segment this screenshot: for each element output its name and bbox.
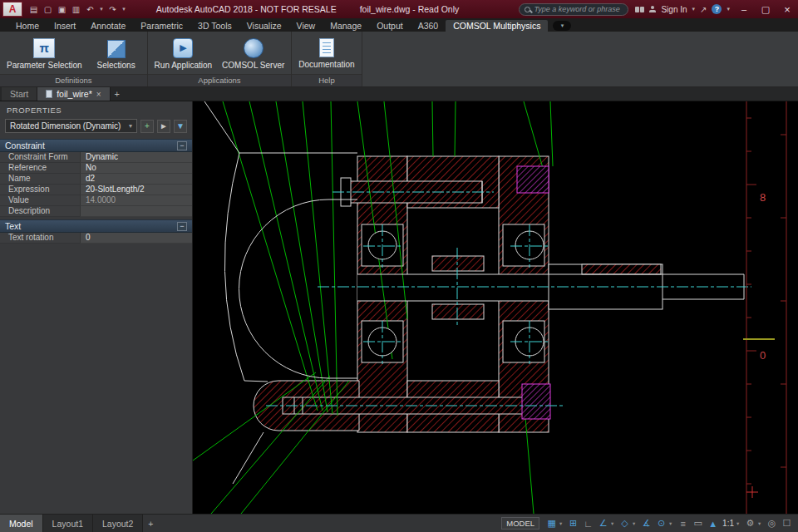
file-tab-close-icon[interactable]: × <box>96 90 101 99</box>
maximize-button[interactable]: ▢ <box>755 0 776 18</box>
qnew-icon[interactable]: ▢ <box>42 5 54 14</box>
annotation-scale-button[interactable]: 1:1 <box>721 519 736 528</box>
iso-caret-icon[interactable]: ▾ <box>633 520 638 527</box>
collapse-icon[interactable]: − <box>177 141 187 150</box>
polar-caret-icon[interactable]: ▾ <box>611 520 617 527</box>
share-icon[interactable]: ↗ <box>700 5 707 14</box>
sign-in-button[interactable]: Sign In <box>661 5 687 14</box>
run-application-button[interactable]: ▶ Run Application <box>155 38 213 70</box>
isolate-objects-icon[interactable]: ◎ <box>765 518 779 529</box>
documentation-button[interactable]: Documentation <box>298 38 354 69</box>
selections-button[interactable]: Selections <box>92 38 140 70</box>
property-row[interactable]: Name d2 <box>0 174 192 185</box>
tab-visualize[interactable]: Visualize <box>239 20 289 32</box>
dropdown-caret-icon: ▾ <box>129 122 132 130</box>
property-value[interactable] <box>80 206 192 217</box>
snap-icon[interactable]: ⊞ <box>566 518 580 529</box>
property-row[interactable]: Text rotation 0 <box>0 233 192 244</box>
property-value[interactable]: Dynamic <box>80 152 192 163</box>
workspace-caret-icon[interactable]: ▾ <box>758 520 764 527</box>
undo-caret-icon[interactable]: ▾ <box>98 6 105 12</box>
drawing-viewport[interactable]: 8 0 <box>193 101 798 514</box>
property-value[interactable]: 0 <box>80 233 192 244</box>
tab-insert[interactable]: Insert <box>47 20 83 32</box>
object-snap-tracking-icon[interactable]: ∡ <box>639 518 653 529</box>
tab-output[interactable]: Output <box>369 20 411 32</box>
tab-comsol-multiphysics[interactable]: COMSOL Multiphysics <box>446 20 548 32</box>
autocad-logo-icon[interactable]: A <box>2 2 22 17</box>
layout-tab-model[interactable]: Model <box>0 515 43 532</box>
menu-browser-icon[interactable]: ▤ <box>27 5 40 14</box>
polar-tracking-icon[interactable]: ∠ <box>596 518 610 529</box>
property-row[interactable]: Value 14.0000 <box>0 195 192 206</box>
panel-label-applications[interactable]: Applications <box>148 74 292 86</box>
run-application-icon: ▶ <box>173 38 193 58</box>
ortho-icon[interactable]: ∟ <box>581 519 595 529</box>
minimize-button[interactable]: – <box>733 0 755 18</box>
file-tab-start[interactable]: Start <box>2 87 37 101</box>
help-caret-icon[interactable]: ▾ <box>727 6 730 12</box>
ribbon: π Parameter Selection Selections Definit… <box>0 32 798 87</box>
file-tab-foil-wire[interactable]: foil_wire* × <box>37 87 110 101</box>
clean-screen-icon[interactable]: ☐ <box>780 518 794 529</box>
object-type-dropdown[interactable]: Rotated Dimension (Dynamic) ▾ <box>5 119 137 133</box>
layout-tab-layout1[interactable]: Layout1 <box>43 515 93 532</box>
property-value[interactable]: No <box>80 163 192 174</box>
collapse-icon[interactable]: − <box>177 222 187 231</box>
panel-label-definitions[interactable]: Definitions <box>0 74 147 86</box>
annotation-visibility-icon[interactable]: ▲ <box>706 519 720 529</box>
panel-label-help[interactable]: Help <box>292 74 361 86</box>
close-button[interactable]: × <box>776 0 798 18</box>
property-value[interactable]: d2 <box>80 174 192 185</box>
sign-in-caret-icon[interactable]: ▾ <box>692 6 696 12</box>
pickadd-toggle-icon[interactable]: + <box>140 120 154 133</box>
property-row[interactable]: Description <box>0 206 192 217</box>
user-icon <box>649 6 656 12</box>
selection-cycling-icon[interactable]: ▭ <box>691 518 705 529</box>
grid-caret-icon[interactable]: ▾ <box>559 520 565 527</box>
properties-palette: PROPERTIES Rotated Dimension (Dynamic) ▾… <box>0 101 193 514</box>
lineweight-icon[interactable]: ≡ <box>676 519 690 529</box>
osnap-caret-icon[interactable]: ▾ <box>669 520 675 527</box>
tab-view[interactable]: View <box>289 20 323 32</box>
open-file-icon[interactable]: ▣ <box>56 5 68 14</box>
property-row[interactable]: Expression 20-SlotLength/2 <box>0 185 192 195</box>
help-icon[interactable]: ? <box>712 4 722 14</box>
property-row[interactable]: Reference No <box>0 163 192 174</box>
model-space-toggle[interactable]: MODEL <box>501 517 539 530</box>
property-value[interactable]: 20-SlotLength/2 <box>80 185 192 195</box>
comsol-server-button[interactable]: COMSOL Server <box>222 38 284 70</box>
document-title: foil_wire.dwg - Read Only <box>360 4 460 14</box>
new-layout-button[interactable]: + <box>143 515 158 532</box>
section-header-constraint[interactable]: Constraint − <box>0 139 192 152</box>
quick-select-icon[interactable]: ▼ <box>174 120 187 133</box>
search-input[interactable]: Type a keyword or phrase <box>519 3 628 16</box>
qat-customize-caret-icon[interactable]: ▾ <box>121 6 127 12</box>
tab-a360[interactable]: A360 <box>411 20 446 32</box>
ribbon-display-toggle-icon[interactable]: ▾ <box>553 21 571 31</box>
workspace-switching-icon[interactable]: ⚙ <box>743 518 757 529</box>
tab-parametric[interactable]: Parametric <box>133 20 190 32</box>
isometric-drafting-icon[interactable]: ◇ <box>618 518 632 529</box>
tab-annotate[interactable]: Annotate <box>83 20 133 32</box>
exchange-search-icon[interactable] <box>635 7 639 12</box>
layout-tab-layout2[interactable]: Layout2 <box>93 515 143 532</box>
tab-home[interactable]: Home <box>8 20 47 32</box>
property-label: Value <box>0 195 80 206</box>
tab-3d-tools[interactable]: 3D Tools <box>190 20 239 32</box>
object-snap-icon[interactable]: ⊙ <box>654 518 668 529</box>
tab-manage[interactable]: Manage <box>323 20 369 32</box>
grid-icon[interactable]: ▦ <box>544 518 559 529</box>
new-drawing-tab-button[interactable]: + <box>111 87 124 101</box>
parameter-selection-button[interactable]: π Parameter Selection <box>7 38 82 70</box>
panel-definitions: π Parameter Selection Selections Definit… <box>0 32 148 86</box>
scale-caret-icon[interactable]: ▾ <box>736 520 742 527</box>
section-header-text[interactable]: Text − <box>0 219 192 233</box>
property-row[interactable]: Constraint Form Dynamic <box>0 152 192 163</box>
selections-icon <box>107 40 126 58</box>
select-objects-icon[interactable]: ► <box>157 120 170 133</box>
redo-icon[interactable]: ↷ <box>106 5 119 14</box>
window-title: Autodesk AutoCAD 2018 - NOT FOR RESALE f… <box>158 4 457 14</box>
save-icon[interactable]: ▥ <box>70 5 82 14</box>
undo-icon[interactable]: ↶ <box>84 5 96 14</box>
